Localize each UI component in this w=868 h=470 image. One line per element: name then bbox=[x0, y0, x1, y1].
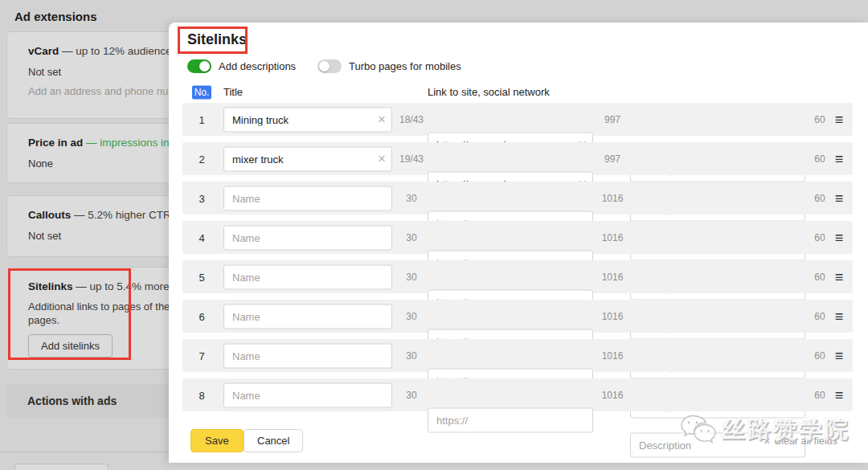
row-number: 2 bbox=[190, 153, 213, 165]
row-number: 5 bbox=[190, 271, 213, 283]
callouts-suffix: — 5.2% higher CTR bbox=[74, 209, 171, 221]
clear-title-icon[interactable]: × bbox=[378, 152, 386, 166]
add-descriptions-toggle-group: Add descriptions bbox=[187, 59, 296, 73]
title-field-wrap: × bbox=[223, 107, 392, 132]
callouts-title: Callouts bbox=[28, 209, 71, 221]
clear-all-label: Clear all fields bbox=[774, 435, 837, 447]
row-number: 7 bbox=[190, 349, 213, 362]
title-counter: 19/43 bbox=[394, 153, 429, 165]
link-counter: 997 bbox=[595, 153, 630, 165]
no-header-selected: No. bbox=[192, 86, 212, 100]
title-input[interactable] bbox=[223, 343, 392, 368]
row-number: 1 bbox=[190, 113, 213, 125]
drag-handle-icon[interactable]: ≡ bbox=[835, 229, 844, 245]
row-number: 6 bbox=[190, 310, 213, 322]
sitelinks-modal: Sitelinks Add descriptions Turbo pages f… bbox=[169, 22, 868, 463]
link-counter: 1016 bbox=[595, 193, 630, 204]
title-counter: 30 bbox=[394, 272, 429, 283]
drag-handle-icon[interactable]: ≡ bbox=[835, 308, 844, 324]
drag-handle-cell: ≡ bbox=[829, 387, 849, 403]
table-row: 5 × 30 × 1016 60 ≡ bbox=[182, 260, 853, 293]
title-counter: 30 bbox=[394, 193, 429, 204]
title-counter: 30 bbox=[394, 350, 429, 362]
drag-handle-icon[interactable]: ≡ bbox=[835, 190, 844, 206]
row-number: 4 bbox=[190, 231, 213, 243]
add-sitelinks-button[interactable]: Add sitelinks bbox=[28, 334, 113, 358]
drag-handle-cell: ≡ bbox=[829, 269, 849, 284]
add-descriptions-toggle[interactable] bbox=[187, 59, 211, 73]
title-counter: 30 bbox=[394, 311, 429, 322]
drag-handle-cell: ≡ bbox=[829, 348, 849, 363]
link-counter: 997 bbox=[595, 114, 630, 125]
turbo-pages-label: Turbo pages for mobiles bbox=[349, 60, 461, 72]
title-field-wrap: × bbox=[223, 304, 392, 329]
turbo-pages-toggle[interactable] bbox=[317, 59, 342, 73]
clear-all-x-icon: × bbox=[764, 435, 770, 447]
title-counter: 30 bbox=[394, 232, 429, 243]
drag-handle-cell: ≡ bbox=[829, 151, 849, 166]
title-input[interactable] bbox=[223, 304, 392, 329]
title-field-wrap: × bbox=[223, 225, 392, 250]
drag-handle-cell: ≡ bbox=[829, 309, 849, 324]
header-title: Title bbox=[223, 86, 392, 98]
price-title: Price in ad bbox=[28, 137, 83, 149]
row-number: 8 bbox=[190, 389, 213, 401]
title-input[interactable] bbox=[223, 225, 392, 250]
actions-bar-label: Actions with ads bbox=[27, 394, 117, 407]
title-input[interactable] bbox=[223, 107, 392, 132]
modal-title: Sitelinks bbox=[187, 31, 247, 48]
cancel-button[interactable]: Cancel bbox=[244, 429, 303, 452]
clear-title-icon[interactable]: × bbox=[378, 112, 386, 126]
add-descriptions-label: Add descriptions bbox=[219, 60, 296, 72]
link-counter: 1016 bbox=[595, 350, 630, 362]
link-field-wrap: × bbox=[428, 407, 593, 432]
drag-handle-cell: ≡ bbox=[829, 190, 849, 206]
link-counter: 1016 bbox=[595, 232, 630, 243]
vcard-title: vCard bbox=[28, 45, 59, 57]
link-counter: 1016 bbox=[595, 311, 630, 322]
title-counter: 30 bbox=[394, 390, 429, 401]
table-header: No. Title Link to site, social network bbox=[182, 84, 853, 100]
drag-handle-cell: ≡ bbox=[829, 230, 849, 245]
table-row: 3 × 30 × 1016 60 ≡ bbox=[182, 182, 853, 215]
link-counter: 1016 bbox=[595, 272, 630, 283]
panel-heading: Ad extensions bbox=[14, 10, 97, 23]
drag-handle-cell: ≡ bbox=[829, 112, 849, 127]
toggle-knob bbox=[319, 61, 330, 72]
link-input[interactable] bbox=[428, 407, 593, 432]
title-field-wrap: × bbox=[223, 264, 392, 289]
drag-handle-icon[interactable]: ≡ bbox=[835, 111, 844, 127]
clear-all-fields-link[interactable]: × Clear all fields bbox=[764, 435, 837, 447]
drag-handle-icon[interactable]: ≡ bbox=[835, 386, 844, 403]
drag-handle-icon[interactable]: ≡ bbox=[835, 150, 844, 166]
link-counter: 1016 bbox=[595, 390, 630, 401]
sitelink-rows: 1 × 18/43 × 997 60 ≡ 2 × bbox=[169, 103, 853, 418]
title-field-wrap: × bbox=[223, 186, 392, 210]
header-no: No. bbox=[190, 86, 213, 98]
header-link: Link to site, social network bbox=[428, 86, 593, 98]
drag-handle-icon[interactable]: ≡ bbox=[835, 268, 844, 284]
title-input[interactable] bbox=[223, 264, 392, 289]
sidebar-divider bbox=[0, 452, 169, 452]
title-input[interactable] bbox=[223, 186, 392, 210]
table-row: 2 × 19/43 × 997 60 ≡ bbox=[182, 142, 853, 175]
title-field-wrap: × bbox=[223, 382, 392, 407]
title-field-wrap: × bbox=[223, 343, 392, 368]
save-button[interactable]: Save bbox=[190, 429, 244, 452]
toggle-knob bbox=[199, 61, 210, 72]
turbo-pages-toggle-group: Turbo pages for mobiles bbox=[317, 59, 461, 73]
table-row: 7 × 30 × 1016 60 ≡ bbox=[182, 339, 853, 372]
table-row: 8 × 30 × 1016 60 ≡ bbox=[182, 378, 853, 411]
row-number: 3 bbox=[190, 192, 213, 204]
title-counter: 18/43 bbox=[394, 114, 429, 125]
sidebar-partial-card bbox=[14, 464, 108, 470]
title-input[interactable] bbox=[223, 382, 392, 407]
table-row: 6 × 30 × 1016 60 ≡ bbox=[182, 300, 853, 333]
sitelinks-title: Sitelinks bbox=[28, 280, 73, 292]
title-input[interactable] bbox=[223, 146, 392, 171]
table-row: 4 × 30 × 1016 60 ≡ bbox=[182, 221, 853, 254]
title-field-wrap: × bbox=[223, 146, 392, 171]
table-row: 1 × 18/43 × 997 60 ≡ bbox=[182, 103, 853, 136]
drag-handle-icon[interactable]: ≡ bbox=[835, 347, 844, 363]
